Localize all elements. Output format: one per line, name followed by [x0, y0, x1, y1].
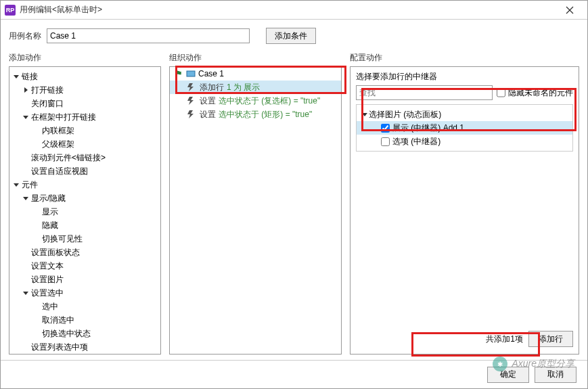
svg-marker-11: [187, 97, 194, 105]
tree-item[interactable]: 设置图片: [9, 273, 160, 286]
tree-item[interactable]: 隐藏: [9, 219, 160, 232]
tree-item[interactable]: 在框架中打开链接: [9, 110, 160, 124]
tree-item[interactable]: 链接: [9, 70, 160, 83]
tree-item[interactable]: 切换选中状态: [9, 327, 160, 340]
tree-item-label: 设置面板状态: [30, 247, 80, 258]
right-header: 配置动作: [350, 49, 579, 66]
add-action-panel: 链接打开链接关闭窗口在框架中打开链接内联框架父级框架滚动到元件<锚链接>设置自适…: [9, 66, 161, 354]
chevron-down-icon[interactable]: [361, 112, 369, 117]
repeater-tree-item[interactable]: 展示 (中继器) Add 1: [357, 121, 572, 135]
hide-unnamed-checkbox[interactable]: [497, 85, 505, 100]
svg-marker-12: [187, 110, 194, 118]
svg-marker-5: [14, 183, 19, 187]
add-condition-button[interactable]: 添加条件: [266, 28, 316, 44]
tree-item-label: 显示/隐藏: [30, 193, 66, 204]
action-line[interactable]: 设置选中状态于 (复选框) = "true": [170, 94, 341, 108]
case-name-label: 用例名称: [9, 30, 41, 42]
tree-item-label: 关闭窗口: [30, 98, 64, 110]
repeater-tree-item[interactable]: 选择图片 (动态面板): [357, 108, 572, 121]
tree-item[interactable]: 设置文本: [9, 259, 160, 273]
footer: 确定 取消: [1, 360, 587, 388]
add-row-button[interactable]: 添加行: [528, 331, 573, 347]
action-name: 添加行: [200, 82, 224, 93]
svg-marker-6: [23, 197, 28, 200]
tree-item[interactable]: 父级框架: [9, 137, 160, 151]
svg-marker-3: [24, 87, 28, 93]
bolt-icon: [187, 110, 197, 118]
tree-item[interactable]: 滚动到元件<锚链接>: [9, 151, 160, 164]
repeater-checkbox[interactable]: [381, 124, 390, 133]
chevron-down-icon[interactable]: [12, 74, 20, 79]
summary-text: 共添加1项: [486, 334, 523, 345]
tree-item[interactable]: 显示/隐藏: [9, 191, 160, 205]
svg-rect-9: [187, 71, 195, 76]
case-node[interactable]: ⚑ Case 1: [170, 67, 341, 81]
tree-item-label: 隐藏: [41, 220, 58, 231]
configure-action-panel: 选择要添加行的中继器 隐藏未命名的元件 选择图片 (动态面板)展示 (中继器) …: [350, 66, 579, 354]
tree-item-label: 显示: [41, 206, 58, 218]
tree-item[interactable]: 关闭窗口: [9, 97, 160, 110]
tree-item-label: 滚动到元件<锚链接>: [30, 152, 106, 164]
tree-item-label: 在框架中打开链接: [30, 112, 96, 123]
search-input[interactable]: [356, 85, 493, 100]
mid-header: 组织动作: [169, 49, 342, 66]
tree-item-label: 设置自适应视图: [30, 166, 88, 177]
chevron-down-icon[interactable]: [22, 290, 30, 296]
chevron-right-icon[interactable]: [22, 87, 30, 93]
tree-item-label: 元件: [20, 179, 38, 191]
app-icon: RP: [5, 5, 16, 16]
tree-item-label: 设置选中: [30, 288, 64, 299]
action-name: 设置: [200, 95, 216, 107]
case-name-input[interactable]: [47, 28, 250, 43]
hide-unnamed-checkbox-label[interactable]: 隐藏未命名的元件: [497, 85, 573, 100]
repeater-item-label: 选项 (中继器): [392, 136, 440, 147]
tree-item[interactable]: 显示: [9, 205, 160, 219]
ok-button[interactable]: 确定: [487, 367, 529, 383]
action-name: 设置: [200, 109, 216, 120]
repeater-checkbox[interactable]: [381, 137, 390, 146]
hide-unnamed-text: 隐藏未命名的元件: [508, 87, 573, 99]
tree-item-label: 切换选中状态: [41, 328, 91, 340]
repeater-tree-item[interactable]: 选项 (中继器): [357, 135, 572, 148]
chevron-down-icon[interactable]: [22, 114, 30, 120]
action-param: 选中状态于 (矩形) = "true": [219, 109, 312, 120]
titlebar: RP 用例编辑<鼠标单击时>: [1, 1, 587, 20]
action-line[interactable]: 设置选中状态于 (矩形) = "true": [170, 108, 341, 121]
left-header: 添加动作: [9, 49, 161, 66]
tree-item-label: 取消选中: [41, 315, 74, 326]
svg-marker-10: [187, 83, 194, 91]
chevron-down-icon[interactable]: [12, 182, 20, 187]
organize-action-panel: ⚑ Case 1 添加行1 为 展示设置选中状态于 (复选框) = "true"…: [169, 66, 342, 354]
tree-item[interactable]: 打开链接: [9, 83, 160, 97]
close-button[interactable]: [556, 1, 583, 20]
bolt-icon: [187, 97, 197, 105]
svg-marker-7: [23, 292, 28, 295]
repeater-item-label: 选择图片 (动态面板): [369, 109, 441, 120]
repeater-item-label: 展示 (中继器) Add 1: [392, 122, 464, 134]
svg-marker-13: [362, 113, 367, 116]
tree-item[interactable]: 设置自适应视图: [9, 164, 160, 178]
tree-item-label: 切换可见性: [41, 233, 83, 245]
chevron-down-icon[interactable]: [22, 196, 30, 201]
cancel-button[interactable]: 取消: [535, 367, 576, 383]
case-icon: [186, 69, 196, 78]
tree-item[interactable]: 元件: [9, 178, 160, 191]
right-title: 选择要添加行的中继器: [356, 71, 573, 83]
flag-icon: ⚑: [174, 69, 183, 78]
tree-item[interactable]: 切换可见性: [9, 232, 160, 246]
tree-item-label: 设置图片: [30, 274, 64, 285]
tree-item-label: 内联框架: [41, 125, 74, 137]
svg-marker-4: [23, 116, 28, 119]
tree-item[interactable]: 设置列表选中项: [9, 340, 160, 354]
tree-item[interactable]: 内联框架: [9, 124, 160, 137]
tree-item[interactable]: 选中: [9, 300, 160, 313]
window-title: 用例编辑<鼠标单击时>: [20, 4, 556, 16]
tree-item[interactable]: 设置面板状态: [9, 246, 160, 259]
tree-item-label: 选中: [41, 301, 58, 313]
tree-item[interactable]: 取消选中: [9, 313, 160, 327]
action-line[interactable]: 添加行1 为 展示: [170, 81, 341, 94]
bolt-icon: [187, 83, 197, 91]
tree-item[interactable]: 设置选中: [9, 286, 160, 300]
tree-item-label: 链接: [20, 71, 38, 83]
tree-item-label: 父级框架: [41, 139, 74, 150]
